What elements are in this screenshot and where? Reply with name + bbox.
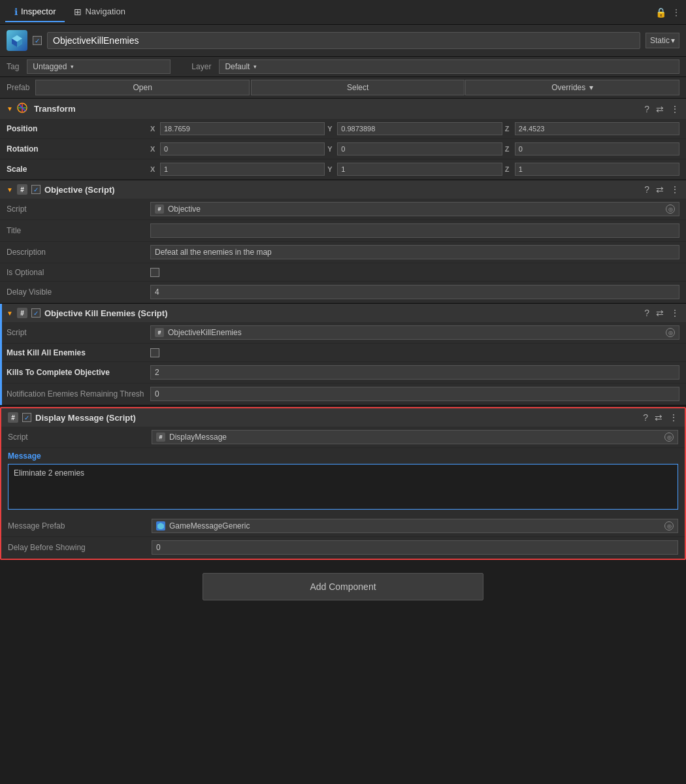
- static-label: Static: [650, 36, 670, 45]
- display-message-enabled-checkbox[interactable]: ✓: [22, 413, 31, 422]
- display-message-ref-icon: #: [156, 433, 165, 442]
- position-y-field: Y: [327, 122, 502, 135]
- objective-section: ▼ # ✓ Objective (Script) ? ⇄ ⋮ Script # …: [0, 180, 686, 304]
- objective-help-icon[interactable]: ?: [644, 184, 649, 195]
- display-message-script-value: DisplayMessage: [169, 433, 227, 442]
- objective-header[interactable]: ▼ # ✓ Objective (Script) ? ⇄ ⋮: [0, 180, 686, 199]
- must-kill-checkbox[interactable]: [150, 348, 159, 357]
- message-prefab-target-icon[interactable]: ◎: [664, 521, 674, 531]
- layer-value: Default: [225, 62, 250, 71]
- objective-delay-input[interactable]: [150, 285, 679, 299]
- navigation-tab-label: Navigation: [85, 7, 125, 16]
- objective-description-input[interactable]: [150, 245, 679, 259]
- transform-title: Transform: [34, 104, 640, 114]
- scale-z-input[interactable]: [515, 163, 679, 176]
- objective-script-icon: #: [17, 184, 27, 195]
- display-message-script-ref: # DisplayMessage ◎: [152, 430, 678, 444]
- rotation-label: Rotation: [7, 144, 150, 154]
- must-kill-row: Must Kill All Enemies: [0, 344, 686, 362]
- kill-enemies-menu-icon[interactable]: ⋮: [670, 308, 679, 318]
- layer-dropdown[interactable]: Default ▾: [219, 59, 679, 74]
- tag-dropdown[interactable]: Untagged ▾: [27, 59, 171, 74]
- kill-enemies-body: Script # ObjectiveKillEnemies ◎ Must Kil…: [0, 322, 686, 405]
- delay-showing-row: Delay Before Showing: [1, 537, 685, 559]
- position-fields: X Y Z: [150, 122, 679, 135]
- transform-menu-icon[interactable]: ⋮: [670, 104, 679, 114]
- kill-enemies-section: ▼ # ✓ Objective Kill Enemies (Script) ? …: [0, 304, 686, 406]
- objective-ref-target-icon[interactable]: ◎: [666, 204, 675, 214]
- prefab-overrides-button[interactable]: Overrides ▾: [465, 80, 679, 95]
- display-message-header[interactable]: # ✓ Display Message (Script) ? ⇄ ⋮: [1, 408, 685, 427]
- transform-header[interactable]: ▼ Transform ? ⇄ ⋮: [0, 99, 686, 119]
- object-name-input[interactable]: [47, 32, 640, 49]
- must-kill-label: Must Kill All Enemies: [7, 348, 150, 357]
- inspector-tab-label: Inspector: [21, 7, 56, 16]
- position-x-input[interactable]: [160, 122, 325, 135]
- delay-showing-input[interactable]: [152, 540, 678, 555]
- display-message-settings-icon[interactable]: ⇄: [655, 412, 662, 423]
- object-enabled-checkbox[interactable]: ✓: [33, 36, 42, 45]
- rotation-z-field: Z: [505, 142, 679, 155]
- prefab-open-button[interactable]: Open: [35, 80, 250, 95]
- kill-enemies-script-row: Script # ObjectiveKillEnemies ◎: [0, 322, 686, 344]
- static-button[interactable]: Static ▾: [645, 33, 679, 48]
- objective-script-value: Objective: [168, 204, 201, 214]
- menu-icon[interactable]: ⋮: [672, 7, 681, 18]
- rotation-fields: X Y Z: [150, 142, 679, 155]
- kill-enemies-script-label: Script: [7, 328, 150, 337]
- kill-enemies-enabled-checkbox[interactable]: ✓: [31, 308, 41, 318]
- position-y-input[interactable]: [337, 122, 502, 135]
- scale-y-input[interactable]: [337, 163, 502, 176]
- kill-enemies-script-icon: #: [17, 308, 27, 318]
- kill-enemies-header[interactable]: ▼ # ✓ Objective Kill Enemies (Script) ? …: [0, 304, 686, 322]
- rotation-x-input[interactable]: [160, 142, 325, 155]
- objective-menu-icon[interactable]: ⋮: [670, 184, 679, 195]
- display-message-menu-icon[interactable]: ⋮: [669, 412, 678, 423]
- lock-icon[interactable]: 🔒: [655, 7, 666, 18]
- scale-x-field: X: [150, 163, 325, 176]
- objective-settings-icon[interactable]: ⇄: [656, 184, 664, 195]
- kill-enemies-ref-target-icon[interactable]: ◎: [666, 328, 675, 337]
- objective-optional-checkbox[interactable]: [150, 268, 159, 277]
- position-row: Position X Y Z: [0, 119, 686, 139]
- add-component-button[interactable]: Add Component: [203, 573, 483, 600]
- scale-x-input[interactable]: [160, 163, 325, 176]
- kills-complete-input[interactable]: [150, 365, 679, 380]
- display-message-section: # ✓ Display Message (Script) ? ⇄ ⋮ Scrip…: [0, 407, 686, 560]
- scale-row: Scale X Y Z: [0, 159, 686, 180]
- position-z-input[interactable]: [515, 122, 679, 135]
- objective-title-row: Title: [0, 220, 686, 242]
- kill-enemies-settings-icon[interactable]: ⇄: [656, 308, 664, 318]
- transform-help-icon[interactable]: ?: [644, 104, 649, 114]
- transform-body: Position X Y Z Rotation X: [0, 119, 686, 180]
- objective-script-row: Script # Objective ◎: [0, 199, 686, 220]
- display-message-script-label: Script: [8, 433, 152, 442]
- inspector-icon: ℹ: [14, 7, 18, 17]
- y-axis-label: Y: [327, 125, 335, 133]
- scale-z-field: Z: [505, 163, 679, 176]
- prefab-select-button[interactable]: Select: [251, 80, 465, 95]
- display-message-ref-target-icon[interactable]: ◎: [664, 433, 674, 442]
- unity-cube-icon: [7, 30, 27, 51]
- message-textarea[interactable]: Eliminate 2 enemies: [8, 464, 678, 510]
- rotation-y-input[interactable]: [337, 142, 502, 155]
- tab-navigation[interactable]: ⊞ Navigation: [65, 3, 134, 22]
- kill-enemies-help-icon[interactable]: ?: [644, 308, 649, 318]
- display-message-title: Display Message (Script): [35, 413, 639, 423]
- scale-label: Scale: [7, 165, 150, 174]
- layer-arrow-icon: ▾: [253, 63, 257, 70]
- objective-expand-icon: ▼: [7, 186, 13, 193]
- x-axis-label: X: [150, 125, 158, 133]
- notification-input[interactable]: [150, 387, 679, 401]
- transform-icon: [17, 103, 27, 113]
- transform-settings-icon[interactable]: ⇄: [656, 104, 664, 114]
- objective-enabled-checkbox[interactable]: ✓: [31, 185, 41, 194]
- display-message-help-icon[interactable]: ?: [643, 412, 648, 423]
- transform-section-icons: ? ⇄ ⋮: [644, 104, 679, 114]
- rotation-z-input[interactable]: [515, 142, 679, 155]
- add-component-label: Add Component: [310, 581, 376, 592]
- objective-title-input[interactable]: [150, 223, 679, 238]
- rotation-row: Rotation X Y Z: [0, 139, 686, 159]
- objective-section-icons: ? ⇄ ⋮: [644, 184, 679, 195]
- tab-inspector[interactable]: ℹ Inspector: [5, 3, 65, 22]
